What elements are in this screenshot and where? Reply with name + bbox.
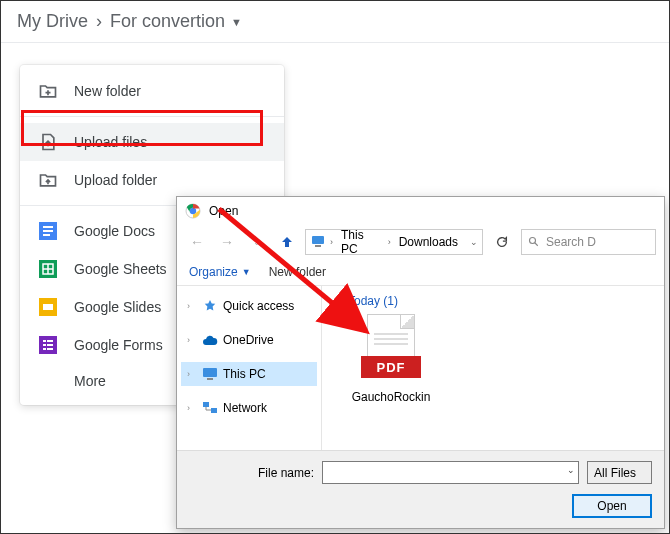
- google-slides-icon: [38, 297, 58, 317]
- nav-forward-icon: →: [215, 230, 239, 254]
- tree-label: OneDrive: [223, 333, 274, 347]
- path-seg-downloads[interactable]: Downloads: [395, 235, 462, 249]
- group-header[interactable]: ⌄ Today (1): [336, 294, 650, 308]
- svg-rect-1: [43, 226, 53, 228]
- upload-folder-icon: [38, 170, 58, 190]
- breadcrumb: My Drive › For convertion ▼: [1, 1, 669, 43]
- dialog-body: › Quick access › OneDrive › Thi: [177, 286, 664, 450]
- upload-file-icon: [38, 132, 58, 152]
- refresh-icon[interactable]: [489, 229, 515, 255]
- chevron-right-icon[interactable]: ›: [330, 237, 333, 247]
- menu-label: Google Forms: [74, 337, 163, 353]
- breadcrumb-current-label: For convertion: [110, 11, 225, 32]
- dropdown-arrow-icon[interactable]: ⌄: [567, 465, 575, 475]
- filename-label: File name:: [189, 466, 314, 480]
- menu-label: Upload files: [74, 134, 147, 150]
- svg-line-22: [535, 243, 538, 246]
- menu-label: New folder: [74, 83, 141, 99]
- open-button[interactable]: Open: [572, 494, 652, 518]
- nav-up-icon[interactable]: [275, 230, 299, 254]
- filetype-combo[interactable]: All Files: [587, 461, 652, 484]
- svg-rect-19: [312, 236, 324, 244]
- nav-recent-icon[interactable]: ⌄: [245, 230, 269, 254]
- file-item[interactable]: PDF GauchoRockin: [336, 314, 446, 404]
- breadcrumb-current[interactable]: For convertion ▼: [110, 11, 242, 32]
- google-forms-icon: [38, 335, 58, 355]
- chevron-right-icon[interactable]: ›: [388, 237, 391, 247]
- svg-rect-14: [47, 344, 53, 346]
- expand-icon[interactable]: ›: [187, 301, 197, 311]
- menu-label: More: [74, 373, 106, 389]
- svg-rect-26: [211, 408, 217, 413]
- svg-rect-16: [47, 348, 53, 350]
- tree-this-pc[interactable]: › This PC: [181, 362, 317, 386]
- thispc-icon: [202, 366, 218, 382]
- tree-label: This PC: [223, 367, 266, 381]
- menu-label: Google Docs: [74, 223, 155, 239]
- svg-rect-3: [43, 234, 50, 236]
- organize-button[interactable]: Organize ▼: [189, 265, 251, 279]
- menu-new-folder[interactable]: New folder: [20, 72, 284, 110]
- expand-icon[interactable]: ›: [187, 335, 197, 345]
- svg-rect-15: [43, 348, 46, 350]
- tree-label: Network: [223, 401, 267, 415]
- network-icon: [202, 400, 218, 416]
- dropdown-arrow-icon: ▼: [242, 267, 251, 277]
- chevron-down-icon: ⌄: [336, 296, 344, 307]
- file-name: GauchoRockin: [352, 390, 431, 404]
- svg-rect-12: [47, 340, 53, 342]
- chevron-right-icon: ›: [96, 11, 102, 32]
- breadcrumb-root[interactable]: My Drive: [17, 11, 88, 32]
- expand-icon[interactable]: ›: [187, 369, 197, 379]
- svg-rect-13: [43, 344, 46, 346]
- dialog-title: Open: [209, 204, 238, 218]
- google-sheets-icon: [38, 259, 58, 279]
- svg-rect-9: [43, 304, 53, 310]
- thispc-icon: [310, 233, 326, 252]
- svg-rect-11: [43, 340, 46, 342]
- new-folder-button[interactable]: New folder: [269, 265, 326, 279]
- nav-back-icon[interactable]: ←: [185, 230, 209, 254]
- path-dropdown-icon[interactable]: ⌄: [470, 237, 478, 247]
- nav-tree: › Quick access › OneDrive › Thi: [177, 286, 322, 450]
- svg-rect-24: [207, 378, 213, 380]
- path-seg-thispc[interactable]: This PC: [337, 228, 384, 256]
- file-open-dialog: Open ← → ⌄ › This PC › Downloads ⌄ Searc…: [176, 196, 665, 529]
- pdf-icon: PDF: [361, 314, 421, 386]
- chrome-icon: [185, 203, 201, 219]
- svg-rect-20: [315, 245, 321, 247]
- search-placeholder: Search D: [546, 235, 596, 249]
- filename-input[interactable]: [322, 461, 579, 484]
- search-icon: [528, 236, 540, 248]
- dialog-address-bar: ← → ⌄ › This PC › Downloads ⌄ Search D: [177, 225, 664, 259]
- menu-upload-files[interactable]: Upload files: [20, 123, 284, 161]
- menu-label: Google Sheets: [74, 261, 167, 277]
- expand-icon[interactable]: ›: [187, 403, 197, 413]
- tree-label: Quick access: [223, 299, 294, 313]
- menu-label: Google Slides: [74, 299, 161, 315]
- tree-network[interactable]: › Network: [181, 396, 317, 420]
- svg-point-21: [530, 238, 536, 244]
- menu-separator: [20, 116, 284, 117]
- star-icon: [202, 298, 218, 314]
- tree-onedrive[interactable]: › OneDrive: [181, 328, 317, 352]
- dialog-toolbar: Organize ▼ New folder: [177, 259, 664, 286]
- svg-rect-2: [43, 230, 53, 232]
- dialog-titlebar: Open: [177, 197, 664, 225]
- onedrive-icon: [202, 332, 218, 348]
- dialog-bottom: File name: ⌄ All Files Open: [177, 450, 664, 528]
- file-list[interactable]: ⌄ Today (1) PDF GauchoRockin: [322, 286, 664, 450]
- address-path[interactable]: › This PC › Downloads ⌄: [305, 229, 483, 255]
- svg-point-18: [190, 208, 196, 214]
- menu-upload-folder[interactable]: Upload folder: [20, 161, 284, 199]
- search-input[interactable]: Search D: [521, 229, 656, 255]
- svg-rect-23: [203, 368, 217, 377]
- menu-label: Upload folder: [74, 172, 157, 188]
- dropdown-arrow-icon: ▼: [231, 16, 242, 28]
- google-docs-icon: [38, 221, 58, 241]
- new-folder-icon: [38, 81, 58, 101]
- tree-quick-access[interactable]: › Quick access: [181, 294, 317, 318]
- svg-rect-25: [203, 402, 209, 407]
